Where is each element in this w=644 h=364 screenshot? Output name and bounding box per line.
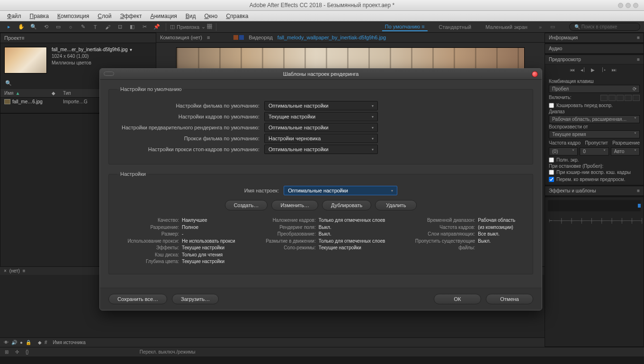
still-proxy-select[interactable]: Оптимальные настройки▾ [264,145,378,154]
menu-window[interactable]: Окно [200,11,222,21]
movie-proxy-select[interactable]: Настройки черновика▾ [264,134,378,143]
menu-edit[interactable]: Правка [26,11,54,21]
dialog-handle-icon[interactable] [104,72,114,76]
speaker-icon[interactable]: 🔊 [11,340,17,345]
playfrom-dd[interactable]: Текущее время˅ [549,130,640,138]
edit-button[interactable]: Изменить… [271,200,318,210]
close-icon[interactable] [532,71,538,77]
next-frame-icon[interactable]: ⏐▸ [601,67,608,74]
menu-bar: Файл Правка Композиция Слой Эффект Анима… [0,11,644,21]
index-col[interactable]: # [45,340,47,345]
text-tool[interactable]: T [90,23,100,31]
settings-name-select[interactable]: Оптимальные настройки▾ [284,186,397,195]
move-time-checkbox[interactable] [549,177,554,182]
project-dims: 1024 x 640 (1,00) [52,54,133,59]
dialog-title: Шаблоны настроек рендеринга [283,71,359,77]
skip-dd[interactable]: 0˅ [580,147,608,155]
brush-tool[interactable]: 🖌 [102,23,113,31]
rect-tool[interactable]: ▭ [53,23,63,31]
menu-view[interactable]: Вид [181,11,200,21]
delete-button[interactable]: Удалить [375,200,417,210]
info-panel[interactable]: Информация [549,35,578,40]
traffic-lights[interactable] [618,3,638,8]
menu-effect[interactable]: Эффект [116,11,146,21]
workspace-default[interactable]: По умолчанию ≡ [382,23,428,31]
menu-help[interactable]: Справка [222,11,252,21]
ok-button[interactable]: ОК [434,294,481,304]
movie-default-select[interactable]: Оптимальные настройки▾ [264,101,378,110]
project-tab[interactable]: Проект [4,35,21,41]
col-name[interactable]: Имя [4,91,13,96]
selection-tool[interactable]: ▸ [4,23,14,31]
effects-panel[interactable]: Эффекты и шаблоны [549,188,596,193]
pen-tool[interactable]: ✎ [78,23,88,31]
timeline-tab[interactable]: (нет) [9,268,20,273]
range-label: Диапаз [549,109,640,114]
shortcut-dd[interactable]: Пробел⟳ [549,85,640,93]
workspace-standard[interactable]: Стандартный [436,23,474,31]
col-label[interactable]: ◆ [52,91,63,96]
res-dd[interactable]: Авто˅ [611,147,640,155]
roto-tool[interactable]: ✂ [139,23,150,31]
image-icon [4,99,10,104]
sb-icon-1[interactable]: ⊞ [5,349,9,355]
title-bar: Adobe After Effects CC 2018 - Безымянный… [0,0,644,11]
solo-icon[interactable]: ● [20,340,23,345]
workspace-small[interactable]: Маленький экран [483,23,530,31]
source-name-col[interactable]: Имя источника [53,340,86,345]
tool-bar: ▸ ✋ 🔍 ⟲ ▭ ○ ✎ T 🖌 ⊡ ◧ ✂ 📌 ◫ Привязка ⌄ 𐄳… [0,21,644,33]
create-button[interactable]: Создать… [225,200,268,210]
enable-icons[interactable] [600,95,640,101]
snap-toggle[interactable]: ◫ Привязка ⌄ 𐄳 [170,24,212,30]
preview-panel[interactable]: Предпросмотр [549,57,581,62]
comp-tab[interactable]: Композиция (нет) [160,35,202,40]
timeline-close-icon[interactable]: × [4,268,7,273]
first-frame-icon[interactable]: ⏮ [570,67,577,74]
orbit-tool[interactable]: ⟲ [41,23,51,31]
playfrom-label: Воспроизвести от [549,124,640,129]
cache-play-checkbox[interactable] [549,170,554,175]
load-button[interactable]: Загрузить… [172,294,219,304]
fps-dd[interactable]: (0)˅ [549,147,578,155]
range-dd[interactable]: Рабочая область, расширенная…˅ [549,115,640,123]
eye-icon[interactable]: 👁 [4,340,9,345]
menu-file[interactable]: Файл [3,11,26,21]
hand-tool[interactable]: ✋ [16,23,27,31]
duplicate-button[interactable]: Дублировать [322,200,371,210]
window-title: Adobe After Effects CC 2018 - Безымянный… [250,2,394,9]
menu-layer[interactable]: Слой [93,11,116,21]
prev-frame-icon[interactable]: ◂⏐ [581,67,587,74]
fullscreen-checkbox[interactable] [549,157,554,163]
settings-name-label: Имя настроек: [244,188,279,193]
menu-comp[interactable]: Композиция [53,11,93,21]
composition-header: Композиция (нет) ≡ Видеоряд fall_melody_… [156,33,545,43]
search-icon[interactable]: 🔍 [5,80,12,86]
last-frame-icon[interactable]: ⏭ [612,67,618,74]
label-col-icon[interactable]: ◆ [38,340,42,345]
footage-tab-label: Видеоряд [249,35,273,40]
help-search[interactable]: 🔍 Поиск в справке [569,23,640,31]
eraser-tool[interactable]: ◧ [127,23,137,31]
prerender-default-select[interactable]: Оптимальные настройки▾ [264,123,378,132]
defaults-legend: Настройки по умолчанию [117,86,184,92]
render-templates-dialog: Шаблоны настроек рендеринга Настройки по… [99,68,542,310]
zoom-tool[interactable]: 🔍 [28,23,39,31]
cancel-button[interactable]: Отмена [486,294,533,304]
ellipse-tool[interactable]: ○ [65,23,76,31]
switches-label[interactable]: Перекл. выключ./режимы [140,349,196,355]
frame-default-select[interactable]: Текущие настройки▾ [264,112,378,121]
puppet-tool[interactable]: 📌 [152,23,162,31]
sort-icon[interactable]: ▲ [15,91,20,96]
play-icon[interactable]: ▶ [591,67,598,74]
menu-anim[interactable]: Анимация [146,11,181,21]
sb-icon-3[interactable]: {} [26,349,29,355]
stamp-tool[interactable]: ⊡ [115,23,125,31]
footage-tab[interactable]: fall_melody_wallpaper_by_inertiak-d5fg9h… [277,35,386,40]
sb-icon-2[interactable]: ✢ [15,349,19,355]
settings-fieldset: Настройки Имя настроек: Оптимальные наст… [108,171,533,274]
dropdown-icon[interactable]: ▼ [129,48,133,52]
save-all-button[interactable]: Сохранить все… [108,294,167,304]
audio-panel[interactable]: Аудио [549,46,562,51]
lock-icon[interactable]: 🔒 [26,340,31,345]
cache-checkbox[interactable] [549,103,554,108]
